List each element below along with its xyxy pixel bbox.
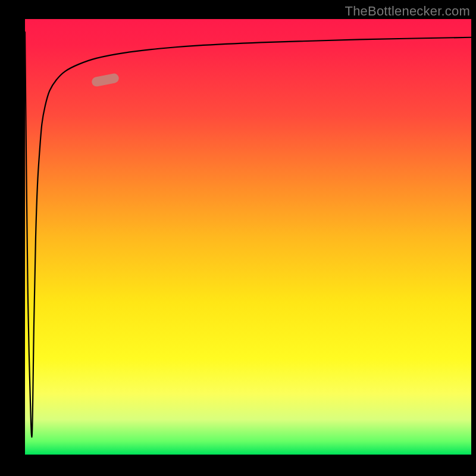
curve-marker xyxy=(91,73,120,87)
svg-rect-0 xyxy=(91,73,120,87)
watermark-text: TheBottlenecker.com xyxy=(345,4,470,19)
bottleneck-curve xyxy=(25,32,471,437)
chart-container xyxy=(0,0,476,476)
curve-layer xyxy=(25,19,471,455)
plot-area xyxy=(25,19,471,455)
